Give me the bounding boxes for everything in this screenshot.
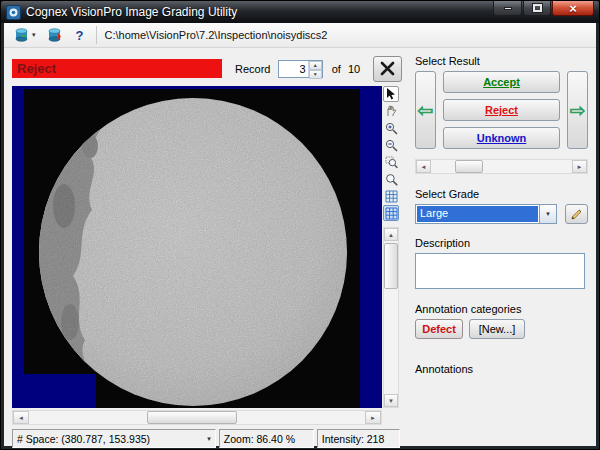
unknown-button[interactable]: Unknown	[443, 127, 560, 149]
close-icon: ×	[569, 2, 577, 15]
maximize-button[interactable]	[523, 1, 551, 16]
record-set-path: C:\home\VisionPro\7.2\Inspection\noisydi…	[104, 29, 327, 41]
record-number-stepper[interactable]: ▲ ▼	[278, 60, 322, 78]
space-status-panel[interactable]: # Space: (380.787, 153.935) ▾	[12, 429, 216, 448]
record-slider[interactable]: ◄ ►	[415, 159, 588, 174]
grading-pane: Select Result ⇦ Accept Reject Unknown ⇨	[402, 48, 596, 446]
vertical-scroll-track[interactable]	[384, 241, 398, 394]
annotation-categories-label: Annotation categories	[415, 303, 588, 315]
database-save-icon	[47, 27, 63, 43]
record-spin-buttons: ▲ ▼	[308, 61, 322, 77]
intensity-status-text: Intensity: 218	[322, 433, 384, 445]
spin-down-button[interactable]: ▼	[309, 70, 322, 79]
horizontal-scroll-thumb[interactable]	[147, 411, 237, 424]
zoom-region-icon[interactable]	[383, 154, 399, 170]
grade-dropdown-button[interactable]: ▼	[539, 205, 556, 223]
annotations-label: Annotations	[415, 363, 588, 375]
toolbar-separator	[96, 26, 97, 44]
reject-button[interactable]: Reject	[443, 99, 560, 121]
maximize-icon	[533, 4, 542, 12]
intensity-status-panel: Intensity: 218	[317, 429, 400, 448]
of-label: of	[332, 63, 341, 75]
pixel-grid-tool-icon[interactable]	[383, 205, 399, 221]
record-number-input[interactable]	[279, 61, 307, 77]
display-status-bar: # Space: (380.787, 153.935) ▾ Zoom: 86.4…	[12, 429, 400, 448]
inspection-image	[12, 86, 382, 408]
window-title: Cognex VisionPro Image Grading Utility	[26, 5, 492, 19]
pan-tool-icon[interactable]	[383, 103, 399, 119]
database-open-icon	[14, 27, 30, 43]
open-database-button[interactable]: ▾	[10, 25, 40, 46]
new-category-button[interactable]: [New...]	[469, 319, 525, 339]
zoom-in-icon[interactable]	[383, 120, 399, 136]
space-dropdown-icon[interactable]: ▾	[207, 435, 211, 443]
scroll-down-button[interactable]: ▼	[384, 394, 398, 407]
next-arrow-icon: ⇨	[570, 99, 586, 122]
minimize-icon	[504, 7, 512, 10]
grade-selected-value: Large	[417, 206, 538, 222]
space-status-text: # Space: (380.787, 153.935)	[17, 433, 150, 445]
window-frame: ▾ ? C:\home\VisionPro\7.2\Inspection\noi…	[1, 23, 599, 449]
result-banner: Reject	[12, 59, 222, 78]
edit-grades-button[interactable]	[565, 204, 588, 224]
zoom-status-panel: Zoom: 86.40 %	[219, 429, 314, 448]
select-result-label: Select Result	[415, 55, 588, 67]
save-database-button[interactable]	[43, 25, 67, 46]
select-result-group: ⇦ Accept Reject Unknown ⇨	[415, 71, 588, 149]
accept-button[interactable]: Accept	[443, 71, 560, 93]
slider-left-button[interactable]: ◄	[416, 160, 431, 173]
select-grade-label: Select Grade	[415, 188, 588, 200]
image-display[interactable]	[12, 86, 382, 408]
previous-record-button[interactable]: ⇦	[415, 71, 436, 149]
pointer-tool-icon[interactable]	[383, 86, 399, 102]
next-record-button[interactable]: ⇨	[567, 71, 588, 149]
scroll-up-button[interactable]: ▲	[384, 228, 398, 241]
defect-category-button[interactable]: Defect	[415, 319, 463, 339]
zoom-status-text: Zoom: 86.40 %	[224, 433, 295, 445]
scroll-left-button[interactable]: ◄	[13, 411, 29, 424]
main-toolbar: ▾ ? C:\home\VisionPro\7.2\Inspection\noi…	[4, 23, 596, 48]
record-total: 10	[348, 63, 360, 75]
description-input[interactable]	[415, 253, 585, 289]
delete-record-button[interactable]	[373, 56, 402, 82]
app-icon	[6, 5, 21, 20]
grade-combobox[interactable]: Large ▼	[415, 204, 557, 224]
spin-up-button[interactable]: ▲	[309, 61, 322, 70]
pencil-icon	[570, 208, 583, 221]
horizontal-scroll-track[interactable]	[29, 411, 365, 424]
horizontal-scrollbar[interactable]: ◄ ►	[12, 410, 382, 425]
combo-arrow-icon: ▼	[545, 211, 551, 217]
zoom-out-icon[interactable]	[383, 137, 399, 153]
zoom-fit-icon[interactable]	[383, 171, 399, 187]
slider-right-button[interactable]: ►	[572, 160, 587, 173]
help-button[interactable]: ?	[70, 25, 90, 46]
minimize-button[interactable]	[493, 1, 522, 16]
record-label: Record	[235, 63, 270, 75]
grid-tool-icon[interactable]	[383, 188, 399, 204]
titlebar[interactable]: Cognex VisionPro Image Grading Utility ×	[1, 1, 599, 23]
previous-arrow-icon: ⇦	[418, 99, 434, 122]
close-button[interactable]: ×	[552, 1, 594, 16]
display-tool-strip: ▲ ▼	[382, 86, 400, 408]
delete-x-icon	[380, 61, 395, 76]
open-database-dropdown-icon[interactable]: ▾	[32, 31, 36, 39]
record-navigation-row: Reject Record ▲ ▼ of 10	[12, 55, 402, 82]
description-label: Description	[415, 237, 588, 249]
image-pane: Reject Record ▲ ▼ of 10	[4, 48, 402, 446]
window-controls: ×	[492, 1, 594, 23]
slider-track[interactable]	[431, 160, 572, 173]
scroll-right-button[interactable]: ►	[365, 411, 381, 424]
client-area: ▾ ? C:\home\VisionPro\7.2\Inspection\noi…	[4, 23, 596, 446]
app-window: Cognex VisionPro Image Grading Utility ×…	[0, 0, 600, 450]
vertical-scrollbar[interactable]: ▲ ▼	[383, 227, 399, 408]
slider-thumb[interactable]	[455, 160, 483, 173]
vertical-scroll-thumb[interactable]	[384, 243, 398, 289]
